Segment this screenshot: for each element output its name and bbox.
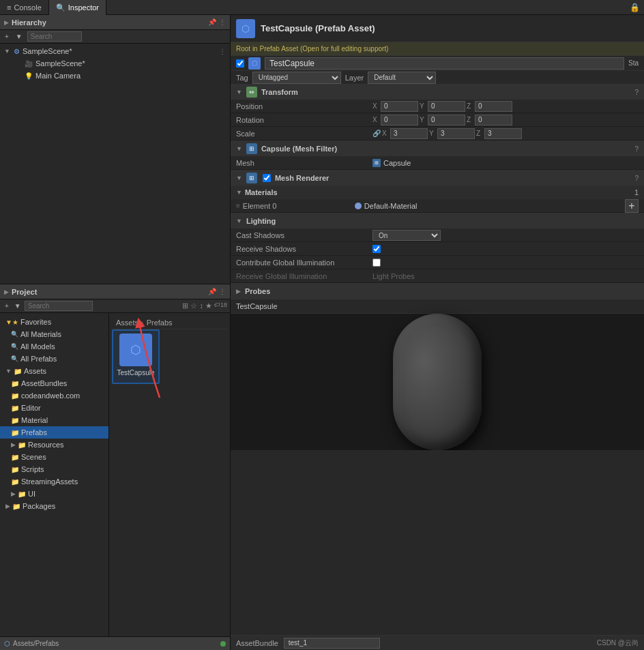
assets-label: Assets: [24, 367, 46, 375]
tree-material[interactable]: 📁 Material: [0, 414, 108, 426]
hierarchy-pin-icon[interactable]: 📌: [208, 18, 216, 26]
mesh-renderer-icon: ⊞: [246, 173, 257, 183]
rotation-value: X 0 Y 0 Z 0: [372, 115, 639, 125]
mesh-label: Mesh: [236, 159, 372, 167]
contribute-gi-checkbox[interactable]: [372, 258, 381, 267]
breadcrumb-prefabs[interactable]: Prefabs: [147, 319, 173, 327]
resources-label: Resources: [28, 441, 64, 449]
prefab-icon: ⬡: [236, 19, 255, 38]
lock-button[interactable]: 🔒: [626, 3, 644, 12]
project-view-icon[interactable]: ⊞: [182, 301, 188, 310]
tab-inspector[interactable]: 🔍 Inspector: [49, 0, 106, 15]
tree-resources[interactable]: ▶ 📁 Resources: [0, 439, 108, 451]
tree-assetbundles[interactable]: 📁 AssetBundles: [0, 377, 108, 389]
object-enabled-checkbox[interactable]: [236, 59, 244, 68]
rot-z-input[interactable]: 0: [475, 115, 512, 125]
tag-select[interactable]: Untagged: [252, 72, 341, 84]
lighting-header[interactable]: ▼ Lighting: [231, 213, 644, 228]
hierarchy-light-item[interactable]: 💡 Main Camera: [0, 70, 230, 82]
editor-icon: 📁: [11, 404, 19, 412]
mesh-filter-header[interactable]: ▼ ⊞ Capsule (Mesh Filter) ?: [231, 141, 644, 156]
tree-ui[interactable]: ▶ 📁 UI: [0, 488, 108, 500]
codeandweb-label: codeandweb.com: [21, 392, 80, 400]
object-type-icon: ⬡: [252, 59, 258, 67]
layer-label: Layer: [345, 74, 364, 82]
hierarchy-search[interactable]: [27, 31, 82, 42]
project-panel-header: ▶ Project 📌 ⋮: [0, 284, 230, 299]
scene-icon: ⚙: [14, 48, 20, 55]
hierarchy-toolbar: + ▼: [0, 30, 230, 44]
project-title: Project: [12, 288, 205, 296]
tree-prefabs[interactable]: 📁 Prefabs: [0, 426, 108, 439]
tree-favorites[interactable]: ▼★ Favorites: [0, 316, 108, 328]
scene-menu-icon[interactable]: ⋮: [219, 48, 226, 55]
tree-all-models[interactable]: 🔍 All Models: [0, 340, 108, 353]
packages-expand-icon: ▶: [5, 503, 10, 509]
transform-help-icon[interactable]: ?: [634, 89, 639, 96]
pos-z-input[interactable]: 0: [475, 101, 512, 112]
prefab-cube-icon-large: ⬡: [241, 23, 250, 34]
object-name-input[interactable]: TestCapsule: [265, 57, 624, 70]
contribute-gi-label: Contribute Global Illumination: [236, 258, 372, 267]
rot-y-input[interactable]: 0: [428, 115, 465, 125]
project-pin-icon[interactable]: 📌: [208, 288, 216, 295]
tag-layer-row: Tag Untagged Layer Default: [231, 71, 644, 85]
tab-console[interactable]: ≡ Console: [0, 0, 49, 15]
capsule-preview: [393, 314, 482, 450]
scale-row: Scale 🔗 X 3 Y 3 Z 3: [231, 127, 644, 141]
probes-expand-icon: ▶: [236, 288, 241, 295]
file-testcapsule[interactable]: ⬡ TestCapsule: [112, 329, 160, 384]
asset-bundle-input[interactable]: test_1: [284, 638, 380, 649]
project-sort-icon[interactable]: ↕: [199, 301, 203, 310]
element0-value-text: Default-Material: [364, 202, 418, 210]
hierarchy-dropdown-btn[interactable]: ▼: [14, 32, 25, 41]
project-fav-icon[interactable]: ★: [205, 301, 212, 310]
hierarchy-camera-item[interactable]: 🎥 SampleScene*: [0, 57, 230, 70]
scale-z-input[interactable]: 3: [484, 128, 522, 139]
pos-y-input[interactable]: 0: [428, 101, 465, 112]
scale-label: Scale: [236, 130, 372, 138]
project-content: ▼★ Favorites 🔍 All Materials 🔍 All Model…: [0, 313, 230, 636]
transform-expand-icon: ▼: [236, 89, 242, 95]
mesh-renderer-help-icon[interactable]: ?: [634, 175, 639, 182]
material-dot-icon: [355, 203, 362, 209]
tag-label: Tag: [236, 74, 248, 82]
tree-editor[interactable]: 📁 Editor: [0, 402, 108, 414]
tree-scenes[interactable]: 📁 Scenes: [0, 451, 108, 463]
hierarchy-add-btn[interactable]: +: [3, 32, 11, 41]
rot-x-input[interactable]: 0: [381, 115, 418, 125]
transform-header[interactable]: ▼ ⇔ Transform ?: [231, 85, 644, 100]
hierarchy-menu-icon[interactable]: ⋮: [219, 18, 226, 26]
project-search[interactable]: [25, 301, 93, 311]
tree-codeandweb[interactable]: 📁 codeandweb.com: [0, 389, 108, 402]
mesh-renderer-enabled[interactable]: [263, 174, 271, 182]
mesh-filter-help-icon[interactable]: ?: [634, 145, 639, 153]
scale-x-input[interactable]: 3: [390, 128, 428, 139]
mesh-filter-icon: ⊞: [246, 143, 257, 154]
hierarchy-scene-item[interactable]: ▼ ⚙ SampleScene* ⋮: [0, 45, 230, 57]
tree-scripts[interactable]: 📁 Scripts: [0, 463, 108, 475]
mesh-renderer-header[interactable]: ▼ ⊞ Mesh Renderer ?: [231, 171, 644, 186]
scenes-label: Scenes: [21, 453, 46, 461]
layer-select[interactable]: Default: [368, 72, 436, 84]
probes-header[interactable]: ▶ Probes: [231, 284, 644, 299]
tree-packages[interactable]: ▶ 📁 Packages: [0, 500, 108, 512]
tree-all-prefabs[interactable]: 🔍 All Prefabs: [0, 353, 108, 365]
project-menu-icon[interactable]: ⋮: [219, 288, 226, 295]
tree-all-materials[interactable]: 🔍 All Materials: [0, 328, 108, 340]
project-dropdown-btn[interactable]: ▼: [12, 301, 23, 310]
tree-streaming[interactable]: 📁 StreamingAssets: [0, 475, 108, 488]
breadcrumb-assets[interactable]: Assets: [116, 319, 138, 327]
scale-y-input[interactable]: 3: [437, 128, 475, 139]
cast-shadows-select[interactable]: On: [372, 230, 441, 241]
scripts-icon: 📁: [11, 466, 19, 473]
receive-gi-row: Receive Global Illumination Light Probes: [231, 269, 644, 283]
pos-x-input[interactable]: 0: [381, 101, 418, 112]
assetbundles-icon: 📁: [11, 380, 19, 387]
add-material-btn[interactable]: +: [625, 199, 639, 213]
tree-assets[interactable]: ▼ 📁 Assets: [0, 365, 108, 377]
project-add-btn[interactable]: +: [3, 301, 11, 310]
project-star-icon[interactable]: ☆: [190, 301, 197, 310]
codeandweb-icon: 📁: [11, 392, 19, 400]
receive-shadows-checkbox[interactable]: [372, 245, 381, 253]
